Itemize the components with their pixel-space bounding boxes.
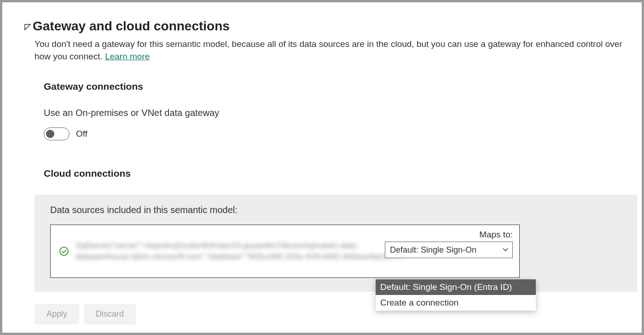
maps-to-dropdown-list: Default: Single Sign-On (Entra ID) Creat… — [376, 279, 536, 311]
action-row: Apply Discard — [35, 304, 637, 324]
section-description: You don't need a gateway for this semant… — [35, 38, 637, 63]
datasource-row: SqlServer("server":"xbqzokrq2oudenfk4mae… — [50, 225, 520, 278]
svg-point-0 — [60, 247, 68, 255]
maps-to-column: Maps to: Default: Single Sign-On Default… — [385, 230, 513, 258]
cloud-connections-heading: Cloud connections — [44, 168, 637, 179]
learn-more-link[interactable]: Learn more — [105, 52, 150, 61]
gateway-toggle[interactable] — [44, 127, 70, 140]
collapse-icon[interactable] — [24, 24, 31, 30]
dropdown-selected-text: Default: Single Sign-On — [390, 245, 476, 255]
page-title: Gateway and cloud connections — [33, 19, 230, 34]
gateway-toggle-state: Off — [76, 129, 87, 139]
status-ok-icon — [59, 246, 69, 256]
gateway-toggle-label: Use an On-premises or VNet data gateway — [44, 108, 637, 118]
apply-button[interactable]: Apply — [35, 304, 79, 324]
dropdown-option-sso[interactable]: Default: Single Sign-On (Entra ID) — [376, 279, 536, 295]
maps-to-label: Maps to: — [479, 230, 513, 240]
settings-panel: Gateway and cloud connections You don't … — [2, 2, 642, 329]
gateway-connections-heading: Gateway connections — [44, 81, 637, 92]
toggle-knob — [46, 130, 54, 138]
discard-button[interactable]: Discard — [84, 304, 136, 324]
maps-to-dropdown[interactable]: Default: Single Sign-On — [385, 242, 513, 258]
gateway-connections-section: Gateway connections Use an On-premises o… — [44, 81, 637, 179]
chevron-down-icon — [502, 245, 509, 255]
cloud-connections-panel: Data sources included in this semantic m… — [35, 195, 637, 292]
gateway-toggle-row: Off — [44, 127, 637, 140]
cloud-panel-label: Data sources included in this semantic m… — [50, 205, 625, 215]
section-header: Gateway and cloud connections — [24, 19, 637, 34]
dropdown-option-create[interactable]: Create a connection — [376, 295, 536, 311]
